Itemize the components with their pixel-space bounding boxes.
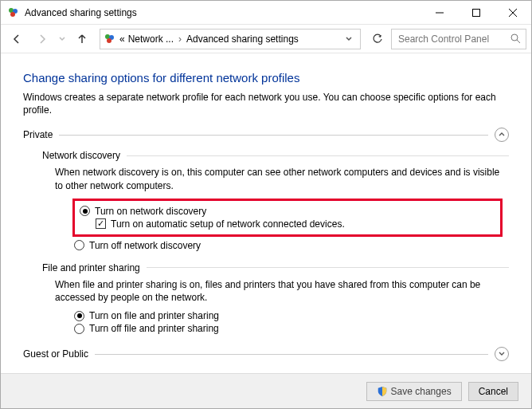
file-printer-sharing-desc: When file and printer sharing is on, fil…	[55, 278, 509, 304]
collapse-private-button[interactable]	[495, 128, 509, 142]
highlighted-region: Turn on network discovery ✓ Turn on auto…	[72, 199, 503, 237]
close-icon	[509, 9, 517, 17]
radio-turn-on-network-discovery[interactable]	[80, 206, 90, 216]
radio-turn-off-file-printer[interactable]	[74, 324, 84, 334]
refresh-icon	[372, 33, 383, 45]
up-button[interactable]	[71, 28, 93, 50]
svg-rect-4	[473, 9, 480, 16]
title-bar: Advanced sharing settings	[1, 1, 531, 25]
svg-point-9	[107, 38, 111, 43]
breadcrumb-item[interactable]: Network ...	[128, 33, 174, 45]
radio-turn-off-network-discovery[interactable]	[74, 240, 84, 250]
divider	[95, 354, 488, 355]
breadcrumb-root[interactable]: «	[119, 33, 125, 45]
chevron-down-icon	[499, 351, 505, 357]
footer-bar: Save changes Cancel	[1, 373, 531, 408]
divider	[127, 155, 509, 156]
section-guest-title: Guest or Public	[23, 348, 88, 360]
radio-label: Turn off file and printer sharing	[89, 323, 219, 334]
maximize-button[interactable]	[458, 1, 495, 25]
checkbox-auto-setup[interactable]: ✓	[96, 218, 106, 229]
separator-icon: ›	[177, 33, 183, 45]
address-bar[interactable]: « Network ... › Advanced sharing setting…	[100, 29, 361, 49]
forward-button[interactable]	[31, 28, 53, 50]
divider	[59, 135, 488, 136]
control-panel-icon	[104, 33, 116, 45]
page-intro: Windows creates a separate network profi…	[23, 91, 509, 116]
save-changes-label: Save changes	[391, 386, 452, 397]
expand-guest-button[interactable]	[495, 347, 509, 361]
maximize-icon	[472, 9, 480, 17]
recent-locations-button[interactable]	[57, 28, 68, 50]
network-discovery-heading: Network discovery	[42, 150, 120, 161]
content-area: Change sharing options for different net…	[1, 53, 531, 375]
refresh-button[interactable]	[367, 29, 388, 49]
page-heading: Change sharing options for different net…	[23, 71, 509, 85]
control-panel-icon	[7, 6, 20, 19]
window-controls	[421, 1, 531, 25]
back-arrow-icon	[10, 33, 23, 45]
close-button[interactable]	[495, 1, 531, 25]
network-discovery-desc: When network discovery is on, this compu…	[55, 166, 509, 191]
minimize-icon	[436, 9, 444, 17]
checkbox-label: Turn on automatic setup of network conne…	[111, 218, 345, 230]
svg-point-2	[10, 12, 15, 17]
window-title: Advanced sharing settings	[25, 7, 137, 18]
svg-line-11	[517, 40, 520, 43]
save-changes-button[interactable]: Save changes	[366, 382, 462, 401]
cancel-button[interactable]: Cancel	[468, 382, 518, 401]
radio-label: Turn on file and printer sharing	[89, 310, 219, 321]
search-box[interactable]	[391, 29, 526, 49]
chevron-up-icon	[499, 132, 505, 138]
chevron-down-icon	[346, 36, 352, 42]
address-dropdown-button[interactable]	[341, 36, 357, 42]
nav-toolbar: « Network ... › Advanced sharing setting…	[1, 25, 531, 53]
back-button[interactable]	[6, 28, 28, 50]
search-input[interactable]	[397, 33, 500, 45]
minimize-button[interactable]	[421, 1, 458, 25]
forward-arrow-icon	[36, 33, 49, 45]
divider	[147, 267, 509, 268]
up-arrow-icon	[76, 33, 88, 45]
shield-icon	[377, 386, 388, 397]
chevron-down-icon	[59, 36, 65, 42]
search-icon	[510, 33, 521, 44]
svg-point-10	[511, 34, 518, 41]
cancel-label: Cancel	[479, 386, 508, 397]
radio-label: Turn on network discovery	[95, 206, 206, 217]
radio-label: Turn off network discovery	[89, 240, 201, 251]
file-printer-sharing-heading: File and printer sharing	[42, 262, 140, 273]
radio-turn-on-file-printer[interactable]	[74, 311, 84, 321]
breadcrumb-item[interactable]: Advanced sharing settings	[186, 33, 299, 45]
section-private-title: Private	[23, 129, 53, 140]
